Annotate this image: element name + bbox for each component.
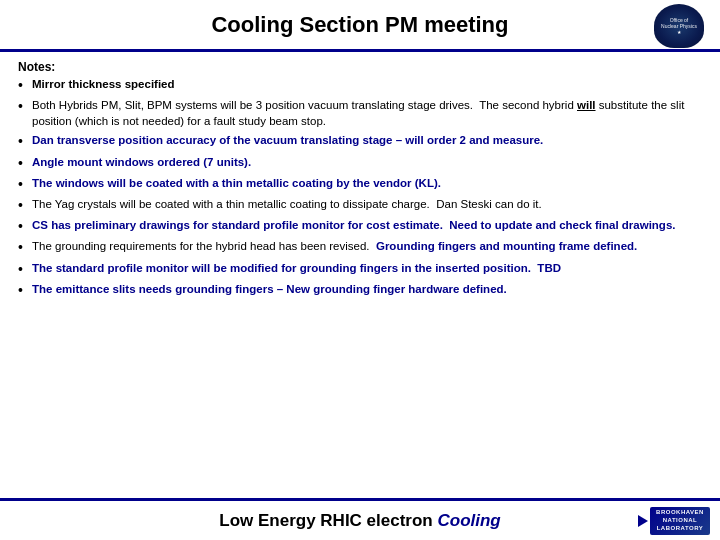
bullet-text: The standard profile monitor will be mod… (32, 260, 702, 276)
list-item: • Angle mount windows ordered (7 units). (18, 154, 702, 172)
header: Cooling Section PM meeting Office ofNucl… (0, 0, 720, 52)
bullet-icon: • (18, 281, 32, 299)
bullet-icon: • (18, 175, 32, 193)
bullet-icon: • (18, 132, 32, 150)
page: Cooling Section PM meeting Office ofNucl… (0, 0, 720, 540)
bullet-icon: • (18, 238, 32, 256)
footer: Low Energy RHIC electron Cooling BROOKHA… (0, 498, 720, 540)
header-logo: Office ofNuclear Physics★ (654, 4, 710, 48)
footer-title-italic: Cooling (437, 511, 500, 530)
bullet-text: The Yag crystals will be coated with a t… (32, 196, 702, 212)
footer-logo: BROOKHAVENNATIONALLABORATORY (650, 507, 710, 535)
bullet-text: Both Hybrids PM, Slit, BPM systems will … (32, 97, 702, 129)
bnl-logo-box: BROOKHAVENNATIONALLABORATORY (650, 507, 710, 535)
content: Notes: • Mirror thickness specified • Bo… (0, 52, 720, 498)
bullet-icon: • (18, 154, 32, 172)
bullet-text: CS has preliminary drawings for standard… (32, 217, 702, 233)
bullet-icon: • (18, 196, 32, 214)
bullet-icon: • (18, 97, 32, 115)
page-title: Cooling Section PM meeting (211, 12, 508, 38)
bullet-icon: • (18, 260, 32, 278)
bullet-icon: • (18, 76, 32, 94)
footer-title: Low Energy RHIC electron Cooling (219, 511, 500, 531)
list-item: • CS has preliminary drawings for standa… (18, 217, 702, 235)
list-item: • Dan transverse position accuracy of th… (18, 132, 702, 150)
bullet-text: The windows will be coated with a thin m… (32, 175, 702, 191)
list-item: • The grounding requirements for the hyb… (18, 238, 702, 256)
list-item: • Mirror thickness specified (18, 76, 702, 94)
bnl-logo-text: BROOKHAVENNATIONALLABORATORY (656, 509, 704, 532)
arrow-icon (638, 515, 648, 527)
logo-text: Office ofNuclear Physics★ (661, 17, 697, 35)
list-item: • The windows will be coated with a thin… (18, 175, 702, 193)
list-item: • The standard profile monitor will be m… (18, 260, 702, 278)
bullet-text: Mirror thickness specified (32, 76, 702, 92)
list-item: • Both Hybrids PM, Slit, BPM systems wil… (18, 97, 702, 129)
bullet-text: Angle mount windows ordered (7 units). (32, 154, 702, 170)
bullet-text: Dan transverse position accuracy of the … (32, 132, 702, 148)
bullet-text: The emittance slits needs grounding fing… (32, 281, 702, 297)
bullet-icon: • (18, 217, 32, 235)
bullet-text: The grounding requirements for the hybri… (32, 238, 702, 254)
logo-circle: Office ofNuclear Physics★ (654, 4, 704, 48)
footer-title-text: Low Energy RHIC electron (219, 511, 437, 530)
list-item: • The emittance slits needs grounding fi… (18, 281, 702, 299)
list-item: • The Yag crystals will be coated with a… (18, 196, 702, 214)
notes-label: Notes: (18, 60, 702, 74)
